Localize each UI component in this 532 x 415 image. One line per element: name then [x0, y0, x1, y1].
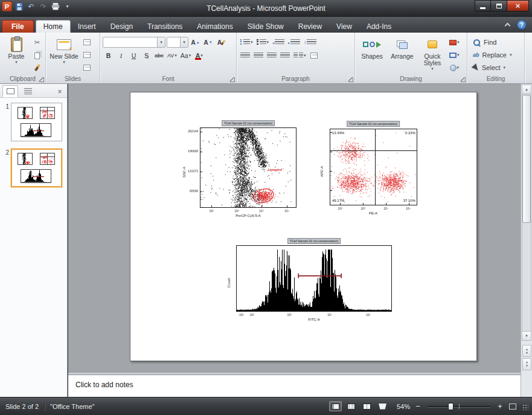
slide-canvas[interactable]: TCell Sample 02 (no compensation) SSC-A … [130, 92, 477, 361]
select-button[interactable]: Select▾ [470, 62, 522, 74]
align-right-button[interactable] [266, 50, 278, 61]
zoom-in-button[interactable]: + [495, 402, 505, 411]
align-left-button[interactable] [239, 50, 251, 61]
shape-effects-button[interactable]: ▾ [448, 62, 461, 73]
qat-customize-button[interactable]: ▾ [62, 1, 72, 11]
fit-to-window-button[interactable] [508, 402, 518, 411]
slide-2-preview[interactable] [12, 150, 61, 186]
scroll-up-button[interactable]: ▲ [522, 85, 531, 94]
scissors-icon: ✂ [34, 39, 40, 47]
find-button[interactable]: Find [470, 37, 522, 48]
chevron-down-icon[interactable]: ▾ [157, 37, 165, 47]
slides-tab[interactable] [2, 85, 18, 97]
arrange-button[interactable]: Arrange [388, 34, 417, 76]
reading-view-button[interactable] [361, 401, 373, 411]
grow-font-button[interactable]: A▲ [190, 37, 201, 48]
histogram-plot[interactable] [236, 245, 392, 312]
close-button[interactable]: × [507, 0, 529, 11]
redo-button[interactable]: ↷ [38, 1, 48, 11]
underline-button[interactable]: U [128, 50, 139, 61]
character-spacing-button[interactable]: AV▾ [166, 50, 178, 61]
previous-slide-button[interactable]: ▲▲ [522, 345, 531, 357]
scroll-down-button[interactable]: ▼ [522, 331, 531, 340]
paste-button[interactable]: Paste ▾ [2, 34, 30, 76]
minimize-button[interactable] [475, 0, 491, 11]
numbering-button[interactable]: ▾ [255, 37, 271, 48]
quadrant-scatter-plot[interactable] [330, 129, 417, 205]
tab-review[interactable]: Review [291, 20, 329, 33]
clipboard-dialog-launcher[interactable] [39, 77, 44, 82]
tab-home[interactable]: Home [36, 20, 71, 33]
scrollbar-thumb[interactable] [522, 95, 531, 223]
layout-button[interactable] [81, 37, 92, 48]
new-slide-button[interactable]: New Slide ▾ [48, 34, 80, 76]
layout-icon [83, 39, 91, 45]
print-button[interactable] [50, 1, 60, 11]
resize-grip[interactable] [522, 404, 528, 410]
shape-outline-button[interactable]: ▾ [448, 50, 461, 60]
decrease-indent-button[interactable]: ◂ [271, 37, 286, 48]
bullets-button[interactable]: ▾ [239, 37, 254, 48]
justify-button[interactable] [279, 50, 291, 61]
strikethrough-button[interactable]: abc [153, 50, 165, 61]
vertical-scrollbar[interactable]: ▲ ▼ [522, 85, 531, 341]
increase-indent-button[interactable]: ▸ [287, 37, 301, 48]
normal-view-button[interactable] [329, 401, 342, 411]
zoom-out-button[interactable]: − [413, 402, 423, 411]
italic-button[interactable]: I [115, 50, 127, 61]
shapes-button[interactable]: Shapes [357, 34, 386, 76]
gating-scatter-plot[interactable] [200, 127, 296, 208]
font-name-combobox[interactable]: ▾ [103, 37, 165, 48]
zoom-slider-thumb[interactable] [448, 403, 453, 410]
section-button[interactable] [81, 62, 92, 73]
cut-button[interactable]: ✂ [31, 37, 43, 48]
zoom-level[interactable]: 54% [392, 403, 410, 410]
slide-1-thumbnail[interactable]: 1 [2, 103, 67, 141]
change-case-button[interactable]: Aa▾ [179, 50, 192, 61]
font-color-button[interactable]: A▾ [193, 50, 205, 61]
drawing-dialog-launcher[interactable] [461, 77, 466, 82]
reset-button[interactable] [81, 50, 92, 60]
close-panel-button[interactable]: × [55, 88, 65, 97]
slide-sorter-button[interactable] [345, 401, 357, 411]
align-center-button[interactable] [252, 50, 264, 61]
undo-button[interactable]: ↶ [26, 1, 36, 11]
replace-button[interactable]: Replace▾ [470, 50, 522, 61]
tab-animations[interactable]: Animations [190, 20, 240, 33]
slide-1-preview[interactable] [12, 104, 61, 140]
convert-smartart-button[interactable] [309, 50, 320, 61]
line-spacing-button[interactable]: ↕ [303, 37, 318, 48]
notes-placeholder[interactable]: Click to add notes [68, 375, 521, 389]
font-dialog-launcher[interactable] [230, 77, 235, 82]
tab-insert[interactable]: Insert [71, 20, 103, 33]
maximize-button[interactable] [491, 0, 507, 11]
minimize-ribbon-button[interactable] [505, 23, 511, 29]
tab-design[interactable]: Design [103, 20, 140, 33]
shape-fill-button[interactable]: ▾ [448, 37, 461, 48]
font-size-combobox[interactable]: ▾ [167, 37, 188, 48]
columns-button[interactable]: ▾ [292, 50, 307, 61]
tab-file[interactable]: File [2, 20, 34, 33]
next-slide-button[interactable]: ▼▼ [522, 358, 531, 370]
tab-view[interactable]: View [329, 20, 359, 33]
clear-formatting-button[interactable]: A [215, 37, 226, 48]
zoom-slider[interactable] [428, 406, 490, 407]
copy-button[interactable] [31, 50, 43, 60]
slide-2-thumbnail[interactable]: 2 [2, 149, 67, 187]
shrink-font-button[interactable]: A▼ [202, 37, 214, 48]
text-shadow-button[interactable]: S [141, 50, 152, 61]
tab-add-ins[interactable]: Add-Ins [359, 20, 399, 33]
quick-styles-button[interactable]: Quick Styles ▾ [418, 34, 447, 76]
notes-pane[interactable]: Click to add notes [68, 375, 521, 397]
save-button[interactable] [14, 1, 24, 11]
paragraph-dialog-launcher[interactable] [348, 77, 353, 82]
powerpoint-app-icon[interactable]: P [2, 1, 12, 11]
slideshow-button[interactable] [376, 401, 389, 411]
outline-tab[interactable] [20, 85, 36, 97]
chevron-down-icon[interactable]: ▾ [180, 37, 188, 47]
bold-button[interactable]: B [103, 50, 114, 61]
format-painter-button[interactable] [31, 62, 43, 73]
help-button[interactable]: ? [517, 20, 527, 30]
tab-slide-show[interactable]: Slide Show [240, 20, 291, 33]
tab-transitions[interactable]: Transitions [140, 20, 190, 33]
